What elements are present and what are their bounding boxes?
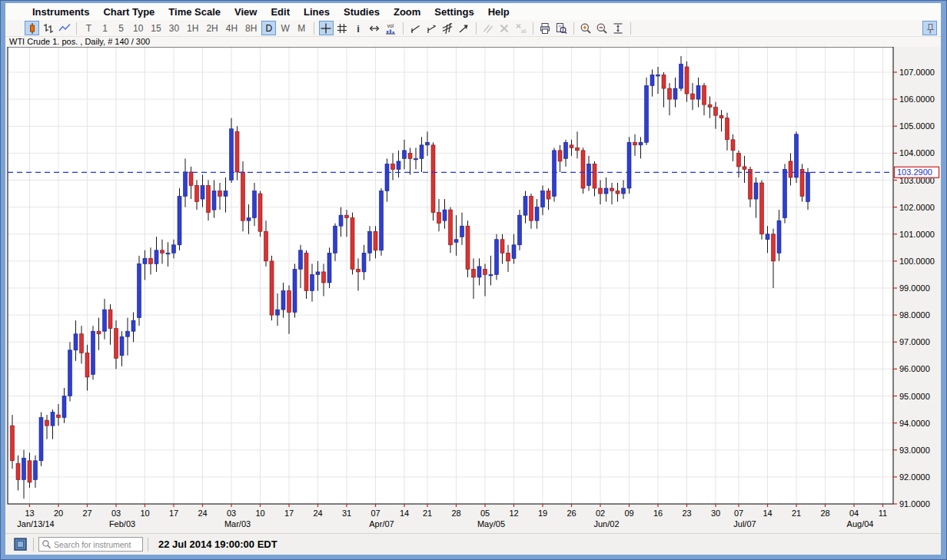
candlestick-chart-button[interactable]: [25, 21, 39, 35]
statusbar-separator-2: [148, 538, 148, 552]
trendline-button[interactable]: [408, 21, 423, 35]
svg-text:107.0000: 107.0000: [899, 68, 935, 77]
pin-toolbar-button[interactable]: [922, 21, 937, 35]
menu-settings[interactable]: Settings: [427, 5, 480, 19]
svg-text:Mar/03: Mar/03: [224, 519, 251, 529]
svg-text:05: 05: [480, 509, 490, 518]
zoom-in-button[interactable]: [579, 21, 593, 35]
menu-instruments[interactable]: Instruments: [25, 5, 96, 19]
timescale-15min-button[interactable]: 15: [148, 21, 164, 35]
svg-text:100.0000: 100.0000: [899, 257, 935, 266]
svg-text:Jan/13/14: Jan/13/14: [17, 519, 54, 529]
horizontal-expand-button[interactable]: [367, 21, 382, 35]
fit-vertical-button[interactable]: [611, 21, 626, 35]
delete-line-button[interactable]: [497, 21, 512, 35]
svg-text:03: 03: [227, 509, 236, 518]
status-bar: 22 Jul 2014 19:00:00 EDT: [5, 533, 941, 555]
timescale-monthly-button[interactable]: M: [294, 21, 309, 35]
menu-view[interactable]: View: [228, 5, 264, 19]
svg-text:03: 03: [111, 509, 121, 518]
svg-text:91.0000: 91.0000: [899, 499, 930, 509]
svg-text:Apr/07: Apr/07: [369, 519, 394, 529]
timescale-1h-button[interactable]: 1H: [184, 21, 201, 35]
timescale-2h-button[interactable]: 2H: [203, 21, 221, 35]
svg-text:21: 21: [423, 509, 432, 518]
line-chart-button[interactable]: [57, 21, 71, 35]
svg-text:12: 12: [509, 509, 518, 518]
menu-chart-type[interactable]: Chart Type: [96, 5, 161, 19]
timescale-weekly-button[interactable]: W: [277, 21, 292, 35]
svg-text:17: 17: [169, 509, 178, 518]
svg-text:04: 04: [849, 509, 859, 518]
svg-text:93.0000: 93.0000: [899, 446, 930, 455]
menu-edit[interactable]: Edit: [264, 5, 297, 19]
timescale-30min-button[interactable]: 30: [166, 21, 182, 35]
search-icon: [42, 539, 52, 549]
menu-zoom[interactable]: Zoom: [387, 5, 427, 19]
toolbar-separator: [533, 22, 533, 35]
search-box: [38, 537, 143, 552]
crosshair-button[interactable]: [319, 21, 334, 35]
grid-button[interactable]: [335, 21, 350, 35]
instrument-window-button[interactable]: [12, 536, 28, 553]
timescale-5min-button[interactable]: 5: [114, 21, 128, 35]
svg-text:i: i: [357, 22, 360, 34]
svg-text:28: 28: [820, 509, 829, 518]
app-window: InstrumentsChart TypeTime ScaleViewEditL…: [0, 0, 947, 560]
last-price-marker: 103.2900: [895, 167, 939, 177]
svg-text:103.2900: 103.2900: [897, 167, 932, 177]
svg-text:all: all: [521, 28, 527, 33]
svg-text:10: 10: [255, 509, 264, 518]
svg-text:101.0000: 101.0000: [899, 230, 935, 239]
menu-time-scale[interactable]: Time Scale: [161, 5, 228, 19]
svg-text:17: 17: [284, 509, 294, 518]
menu-lines[interactable]: Lines: [297, 5, 337, 19]
status-timestamp: 22 Jul 2014 19:00:00 EDT: [158, 538, 277, 550]
timescale-1min-button[interactable]: 1: [98, 21, 112, 35]
ray-line-button[interactable]: [424, 21, 439, 35]
svg-text:Aug/04: Aug/04: [847, 519, 874, 529]
svg-text:30: 30: [711, 509, 720, 518]
zoom-out-button[interactable]: [595, 21, 610, 35]
toolbar-separator: [476, 22, 477, 35]
print-preview-button[interactable]: [554, 21, 569, 35]
svg-text:92.0000: 92.0000: [899, 472, 930, 482]
chart-title: WTI Crude 1. pos. , Daily, # 140 / 300: [5, 37, 941, 47]
toolbar: T151015301H2H4H8HDWMivolall: [5, 20, 941, 37]
svg-text:99.0000: 99.0000: [899, 283, 930, 293]
svg-text:19: 19: [538, 509, 547, 518]
svg-text:21: 21: [792, 509, 801, 518]
ohlc-bars-button[interactable]: [41, 21, 55, 35]
svg-text:10: 10: [140, 509, 149, 518]
y-axis: 107.0000106.0000105.0000104.0000103.0000…: [893, 68, 935, 509]
channel-lines-button[interactable]: [440, 21, 455, 35]
timescale-4h-button[interactable]: 4H: [223, 21, 241, 35]
svg-text:Feb/03: Feb/03: [109, 519, 135, 529]
menu-studies[interactable]: Studies: [337, 5, 387, 19]
svg-text:98.0000: 98.0000: [899, 310, 930, 320]
svg-text:97.0000: 97.0000: [899, 337, 930, 346]
svg-text:23: 23: [682, 509, 691, 518]
timescale-tick-button[interactable]: T: [81, 21, 96, 35]
menu-help[interactable]: Help: [481, 5, 517, 19]
delete-all-lines-button[interactable]: all: [513, 21, 528, 35]
timescale-10min-button[interactable]: 10: [130, 21, 146, 35]
svg-text:26: 26: [567, 509, 576, 518]
timescale-8h-button[interactable]: 8H: [242, 21, 260, 35]
arrow-tool-button[interactable]: [457, 21, 471, 35]
app-content: InstrumentsChart TypeTime ScaleViewEditL…: [5, 3, 941, 555]
timescale-daily-button[interactable]: D: [261, 21, 276, 35]
search-input[interactable]: [52, 540, 138, 549]
svg-text:24: 24: [198, 509, 207, 518]
window-square-icon: [14, 538, 27, 551]
info-button[interactable]: i: [351, 21, 366, 35]
toolbar-separator: [630, 22, 631, 35]
volume-button[interactable]: vol: [384, 21, 398, 35]
svg-text:11: 11: [879, 509, 887, 518]
svg-text:28: 28: [451, 509, 460, 518]
svg-text:Jul/07: Jul/07: [733, 519, 756, 529]
toolbar-separator: [403, 22, 404, 35]
parallel-lines-button[interactable]: [481, 21, 496, 35]
print-button[interactable]: [538, 21, 553, 35]
svg-text:14: 14: [400, 509, 409, 518]
